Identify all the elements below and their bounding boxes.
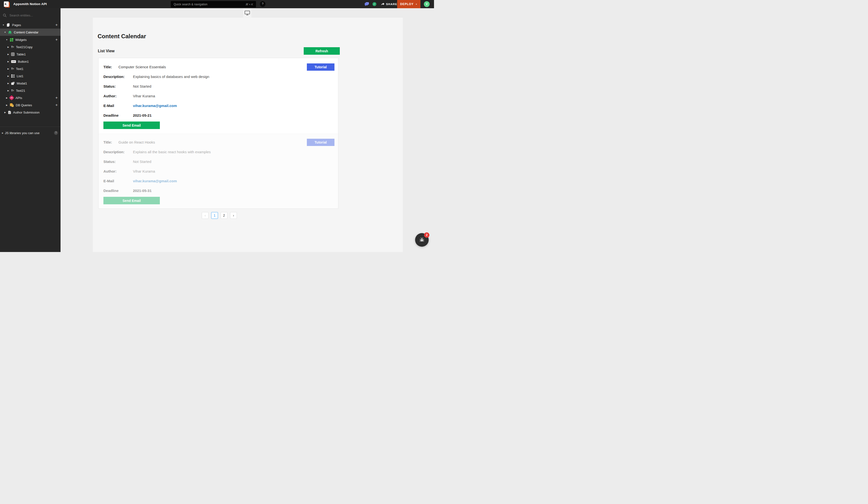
sidebar-item-label: Button1: [18, 60, 29, 63]
sidebar-item-label: Text1: [16, 67, 23, 71]
entity-search[interactable]: [0, 11, 61, 19]
bug-icon: [419, 237, 425, 243]
quick-search-shortcut: ⌘ + K: [245, 3, 253, 6]
pagination-prev-button[interactable]: ‹: [202, 212, 208, 219]
chevron-down-icon[interactable]: ▼: [4, 31, 6, 33]
deploy-status-icon[interactable]: ✓: [372, 2, 376, 6]
field-label: E-Mail: [103, 103, 114, 108]
sidebar-item-label: Text21Copy: [16, 45, 33, 49]
chevron-right-icon[interactable]: ▶: [6, 104, 8, 106]
sidebar-item-widgets[interactable]: ▼ Widgets +: [0, 36, 61, 43]
sidebar-item-label: APIs: [16, 96, 22, 100]
chevron-right-icon[interactable]: ▶: [4, 111, 6, 114]
quick-search-input[interactable]: [174, 3, 245, 6]
tutorial-tag-button[interactable]: Tutorial: [307, 139, 334, 146]
field-label: Description:: [103, 74, 125, 79]
chevron-right-icon[interactable]: ▶: [6, 97, 8, 99]
field-label: Status:: [103, 84, 116, 89]
sidebar-item-modal1[interactable]: ▶ Modal1: [0, 80, 61, 87]
tutorial-tag-button[interactable]: Tutorial: [307, 63, 334, 71]
share-button[interactable]: SHARE: [381, 2, 397, 6]
chevron-right-icon[interactable]: ▶: [7, 46, 9, 48]
button-widget-icon: SUBMIT: [11, 60, 16, 63]
sidebar-item-js-libraries[interactable]: ▶ JS libraries you can use ?: [0, 129, 61, 137]
author-value: Vihar Kurama: [133, 94, 155, 98]
sidebar-item-label: Content Calendar: [14, 31, 39, 34]
canvas-area: Content Calendar List View Refresh Title…: [61, 8, 434, 252]
canvas-size-selector[interactable]: [243, 8, 251, 18]
desktop-icon[interactable]: [245, 11, 250, 15]
help-button[interactable]: ?: [260, 1, 266, 7]
chevron-down-icon[interactable]: ▼: [6, 39, 8, 41]
status-value: Not Started: [133, 84, 151, 89]
comments-icon[interactable]: [364, 2, 369, 6]
sidebar-item-list1[interactable]: ▶ List1: [0, 72, 61, 80]
add-api-button[interactable]: +: [55, 96, 58, 100]
add-page-button[interactable]: +: [55, 23, 58, 27]
database-icon: [10, 103, 14, 107]
sidebar-item-pages[interactable]: ▼ Pages +: [0, 21, 61, 29]
sidebar-item-label: Author Submission: [13, 111, 40, 114]
sidebar-item-label: JS libraries you can use: [5, 131, 40, 135]
description-value: Explains all the basic react hooks with …: [133, 150, 211, 155]
sidebar-item-author-submission[interactable]: ▶ Author Submission: [0, 109, 61, 116]
add-query-button[interactable]: +: [55, 103, 58, 107]
deploy-button[interactable]: DEPLOY ▼: [397, 0, 421, 8]
deadline-value: 2021-05-31: [133, 188, 152, 193]
share-arrow-icon: [381, 2, 385, 6]
refresh-button[interactable]: Refresh: [304, 47, 340, 55]
deploy-caret-icon[interactable]: ▼: [416, 3, 417, 5]
quick-search[interactable]: ⌘ + K: [171, 1, 256, 8]
field-label: Status:: [103, 159, 116, 164]
description-value: Explaining basics of databases and web d…: [133, 74, 209, 79]
chevron-right-icon[interactable]: ▶: [1, 132, 4, 134]
send-email-button[interactable]: Send Email: [103, 122, 160, 129]
title-value: Computer Science Essentials: [118, 65, 166, 70]
text-widget-icon: TT: [11, 67, 14, 70]
app-page: Content Calendar List View Refresh Title…: [93, 18, 403, 252]
pagination-page-2[interactable]: 2: [221, 212, 227, 219]
top-bar: a_ Appsmith Notion API ⌘ + K ? ✓ SHARE D…: [0, 0, 434, 8]
entity-search-input[interactable]: [9, 13, 55, 17]
sidebar-item-table1[interactable]: ▶ Table1: [0, 51, 61, 58]
sidebar-item-label: DB Queries: [16, 103, 32, 107]
sidebar-item-button1[interactable]: ▶ SUBMIT Button1: [0, 58, 61, 65]
chevron-right-icon[interactable]: ▶: [7, 75, 9, 77]
chevron-down-icon[interactable]: ▼: [2, 24, 4, 26]
page-document-icon: [8, 111, 11, 114]
pagination-next-button[interactable]: ›: [230, 212, 237, 219]
sidebar-item-content-calendar[interactable]: ▼ Content Calendar: [0, 29, 61, 36]
add-widget-button[interactable]: +: [55, 38, 58, 42]
list-pagination: ‹ 1 2 ›: [202, 212, 237, 219]
js-libraries-help-icon[interactable]: ?: [54, 131, 58, 135]
field-label: Title:: [103, 140, 112, 145]
sidebar-item-label: Pages: [12, 23, 21, 27]
list-item: Title: Guide on React Hooks Tutorial Des…: [99, 134, 338, 208]
email-link[interactable]: vihar.kurama@gmail.com: [133, 179, 177, 183]
chevron-right-icon[interactable]: ▶: [7, 61, 9, 63]
sidebar-item-text21copy[interactable]: ▶ TT Text21Copy: [0, 43, 61, 51]
chevron-right-icon[interactable]: ▶: [7, 90, 9, 92]
sidebar-item-apis[interactable]: ▶ API APIs +: [0, 94, 61, 102]
sidebar-item-text21[interactable]: ▶ TT Text21: [0, 87, 61, 94]
sidebar-item-db-queries[interactable]: ▶ DB Queries +: [0, 102, 61, 109]
widgets-icon: [10, 38, 13, 42]
field-label: Deadline: [103, 188, 119, 193]
field-label: Author:: [103, 94, 116, 98]
app-title: Appsmith Notion API: [13, 2, 47, 6]
email-link[interactable]: vihar.kurama@gmail.com: [133, 103, 177, 108]
sidebar-item-text1[interactable]: ▶ TT Text1: [0, 65, 61, 72]
pagination-page-1[interactable]: 1: [211, 212, 218, 219]
chevron-right-icon[interactable]: ▶: [7, 53, 9, 55]
error-count-badge: 2: [424, 232, 430, 238]
deploy-label: DEPLOY: [400, 2, 413, 6]
user-avatar[interactable]: V: [424, 1, 430, 7]
send-email-button[interactable]: Send Email: [103, 197, 160, 204]
sidebar-item-label: Widgets: [15, 38, 27, 42]
author-value: Vihar Kurama: [133, 169, 155, 174]
chevron-right-icon[interactable]: ▶: [7, 68, 9, 70]
appsmith-logo[interactable]: a_: [4, 1, 9, 7]
chevron-right-icon[interactable]: ▶: [7, 82, 9, 84]
list-widget-icon: [11, 74, 15, 78]
sidebar-item-label: Text21: [16, 89, 25, 93]
